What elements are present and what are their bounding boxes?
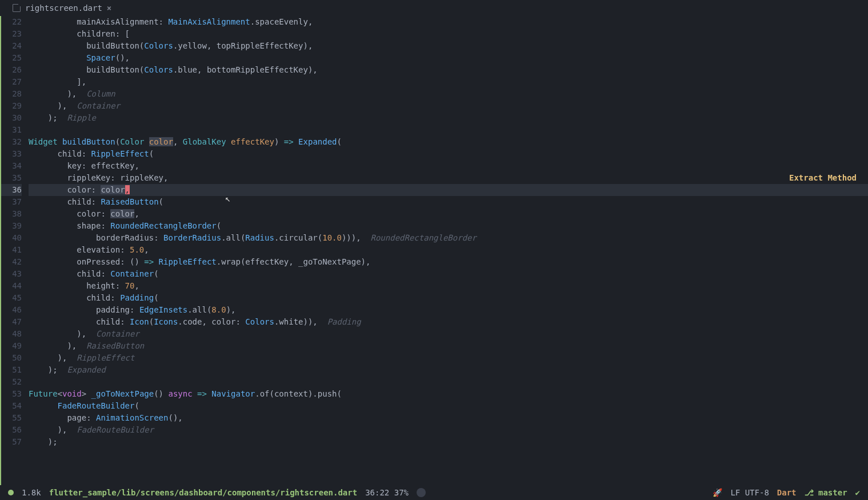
rocket-icon[interactable]: 🚀 <box>713 488 722 497</box>
status-filepath[interactable]: flutter_sample/lib/screens/dashboard/com… <box>49 488 357 497</box>
line-number: 39 <box>1 220 22 232</box>
line-number: 52 <box>1 376 22 388</box>
code-line[interactable]: padding: EdgeInsets.all(8.0), <box>29 304 868 316</box>
code-line[interactable]: color: color, <box>29 208 868 220</box>
line-number: 37 <box>1 196 22 208</box>
status-dot-icon <box>8 490 14 495</box>
code-line[interactable]: ), Container <box>29 328 868 340</box>
code-line[interactable]: ); Ripple <box>29 112 868 124</box>
code-line[interactable]: key: effectKey, <box>29 160 868 172</box>
code-line[interactable]: height: 70, <box>29 280 868 292</box>
code-line[interactable]: FadeRouteBuilder( <box>29 400 868 412</box>
code-line[interactable]: page: AnimationScreen(), <box>29 412 868 424</box>
code-line[interactable]: borderRadius: BorderRadius.all(Radius.ci… <box>29 232 868 244</box>
line-number: 22 <box>1 16 22 28</box>
line-number: 36 <box>1 184 22 196</box>
line-number: 50 <box>1 352 22 364</box>
code-line[interactable]: child: Container( <box>29 268 868 280</box>
code-line-current[interactable]: color: color, <box>29 184 868 196</box>
editor[interactable]: 22 23 24 25 26 27 28 29 30 31 32 33 34 3… <box>0 16 868 485</box>
line-number: 46 <box>1 304 22 316</box>
line-number: 43 <box>1 268 22 280</box>
code-line[interactable] <box>29 124 868 136</box>
extract-method-hint[interactable]: Extract Method <box>789 172 857 184</box>
status-cursor-position: 36:22 37% <box>365 488 409 497</box>
code-line[interactable]: Future<void> _goToNextPage() async => Na… <box>29 388 868 400</box>
check-icon[interactable]: ✔ <box>855 488 860 497</box>
line-number: 29 <box>1 100 22 112</box>
git-branch[interactable]: ⎇ master <box>805 488 847 497</box>
code-line[interactable]: ), RippleEffect <box>29 352 868 364</box>
status-encoding[interactable]: LF UTF-8 <box>730 488 769 497</box>
cursor: , <box>125 185 130 194</box>
code-line[interactable]: buildButton(Colors.blue, bottomRippleEff… <box>29 64 868 76</box>
line-number: 32 <box>1 136 22 148</box>
line-number: 42 <box>1 256 22 268</box>
line-number: 38 <box>1 208 22 220</box>
octocat-icon[interactable] <box>417 488 426 497</box>
code-line[interactable]: children: [ <box>29 28 868 40</box>
status-language[interactable]: Dart <box>777 488 797 497</box>
code-line[interactable]: ), FadeRouteBuilder <box>29 424 868 436</box>
line-number: 54 <box>1 400 22 412</box>
line-number: 28 <box>1 88 22 100</box>
code-line[interactable]: child: Icon(Icons.code, color: Colors.wh… <box>29 316 868 328</box>
line-number: 33 <box>1 148 22 160</box>
status-filesize: 1.8k <box>22 488 41 497</box>
line-number: 55 <box>1 412 22 424</box>
line-number: 31 <box>1 124 22 136</box>
status-bar: 1.8k flutter_sample/lib/screens/dashboar… <box>0 485 868 500</box>
line-number: 53 <box>1 388 22 400</box>
line-number: 24 <box>1 40 22 52</box>
code-line[interactable]: shape: RoundedRectangleBorder( <box>29 220 868 232</box>
line-number: 34 <box>1 160 22 172</box>
line-number: 41 <box>1 244 22 256</box>
tab-filename: rightscreen.dart <box>25 3 102 13</box>
code-area[interactable]: mainAxisAlignment: MainAxisAlignment.spa… <box>29 16 868 485</box>
file-icon <box>13 4 21 12</box>
line-number: 57 <box>1 436 22 448</box>
line-number: 26 <box>1 64 22 76</box>
code-line[interactable]: child: RippleEffect( <box>29 148 868 160</box>
line-number: 49 <box>1 340 22 352</box>
code-line[interactable]: ), RaisedButton <box>29 340 868 352</box>
line-number: 30 <box>1 112 22 124</box>
code-line[interactable]: onPressed: () => RippleEffect.wrap(effec… <box>29 256 868 268</box>
code-line[interactable]: Widget buildButton(Color color, GlobalKe… <box>29 136 868 148</box>
line-number: 47 <box>1 316 22 328</box>
line-number: 44 <box>1 280 22 292</box>
line-number: 27 <box>1 76 22 88</box>
line-number: 25 <box>1 52 22 64</box>
line-number: 51 <box>1 364 22 376</box>
code-line[interactable]: ], <box>29 76 868 88</box>
code-line[interactable]: ), Container <box>29 100 868 112</box>
code-line[interactable]: mainAxisAlignment: MainAxisAlignment.spa… <box>29 16 868 28</box>
code-line[interactable]: rippleKey: rippleKey,Extract Method <box>29 172 868 184</box>
code-line[interactable]: child: Padding( <box>29 292 868 304</box>
code-line[interactable]: ); <box>29 436 868 448</box>
code-line[interactable]: ); Expanded <box>29 364 868 376</box>
line-number: 45 <box>1 292 22 304</box>
code-line[interactable] <box>29 376 868 388</box>
line-number: 23 <box>1 28 22 40</box>
code-line[interactable]: Spacer(), <box>29 52 868 64</box>
close-icon[interactable]: × <box>107 3 111 13</box>
line-number: 48 <box>1 328 22 340</box>
line-number: 40 <box>1 232 22 244</box>
branch-icon: ⎇ <box>805 488 814 497</box>
file-tab[interactable]: rightscreen.dart × <box>7 2 117 14</box>
code-line[interactable]: elevation: 5.0, <box>29 244 868 256</box>
code-line[interactable]: child: RaisedButton( <box>29 196 868 208</box>
tab-bar: rightscreen.dart × <box>0 0 868 16</box>
line-number: 35 <box>1 172 22 184</box>
code-line[interactable]: ), Column <box>29 88 868 100</box>
line-number: 56 <box>1 424 22 436</box>
code-line[interactable]: buildButton(Colors.yellow, topRippleEffe… <box>29 40 868 52</box>
line-number-gutter: 22 23 24 25 26 27 28 29 30 31 32 33 34 3… <box>1 16 29 485</box>
